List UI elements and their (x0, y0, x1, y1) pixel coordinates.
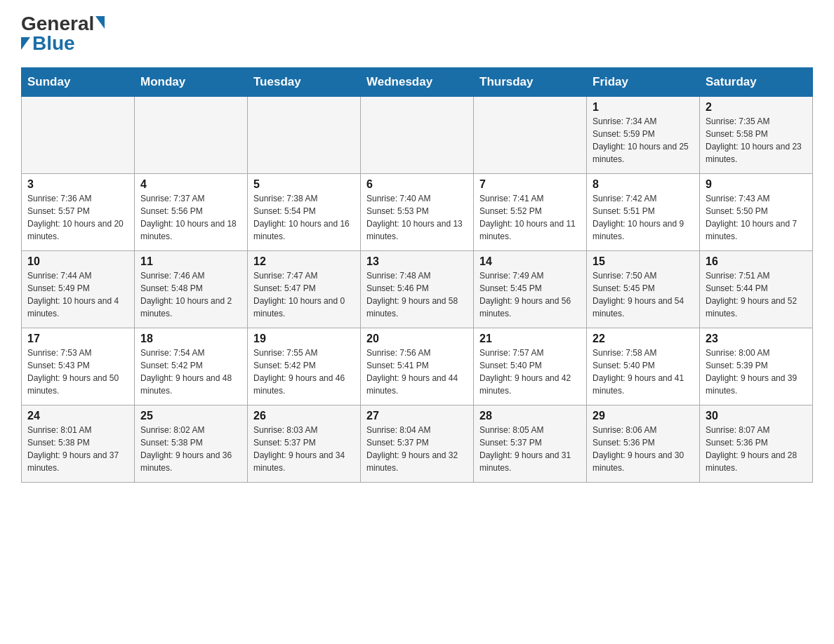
calendar-cell: 17 Sunrise: 7:53 AMSunset: 5:43 PMDaylig… (22, 328, 135, 405)
calendar-cell: 21 Sunrise: 7:57 AMSunset: 5:40 PMDaylig… (474, 328, 587, 405)
calendar-cell: 23 Sunrise: 8:00 AMSunset: 5:39 PMDaylig… (700, 328, 813, 405)
calendar-cell: 22 Sunrise: 7:58 AMSunset: 5:40 PMDaylig… (587, 328, 700, 405)
calendar-cell (248, 97, 361, 174)
calendar-cell: 16 Sunrise: 7:51 AMSunset: 5:44 PMDaylig… (700, 251, 813, 328)
calendar-cell: 6 Sunrise: 7:40 AMSunset: 5:53 PMDayligh… (361, 174, 474, 251)
day-number: 28 (479, 410, 581, 422)
sun-info: Sunrise: 7:35 AMSunset: 5:58 PMDaylight:… (706, 115, 807, 166)
sun-info: Sunrise: 7:53 AMSunset: 5:43 PMDaylight:… (27, 347, 128, 397)
calendar-cell: 10 Sunrise: 7:44 AMSunset: 5:49 PMDaylig… (22, 251, 135, 328)
day-number: 21 (479, 333, 581, 345)
calendar-cell: 15 Sunrise: 7:50 AMSunset: 5:45 PMDaylig… (587, 251, 700, 328)
calendar-cell: 11 Sunrise: 7:46 AMSunset: 5:48 PMDaylig… (135, 251, 248, 328)
day-number: 22 (593, 333, 694, 345)
sun-info: Sunrise: 7:34 AMSunset: 5:59 PMDaylight:… (593, 115, 694, 166)
sun-info: Sunrise: 7:42 AMSunset: 5:51 PMDaylight:… (593, 192, 694, 243)
calendar-cell: 4 Sunrise: 7:37 AMSunset: 5:56 PMDayligh… (135, 174, 248, 251)
calendar-week-row: 24 Sunrise: 8:01 AMSunset: 5:38 PMDaylig… (22, 405, 813, 483)
day-number: 2 (706, 101, 807, 114)
logo: General Blue (21, 14, 105, 53)
day-number: 18 (140, 333, 241, 345)
sun-info: Sunrise: 8:03 AMSunset: 5:37 PMDaylight:… (253, 424, 355, 474)
sun-info: Sunrise: 7:55 AMSunset: 5:42 PMDaylight:… (253, 347, 355, 397)
day-number: 29 (593, 410, 694, 422)
sun-info: Sunrise: 7:58 AMSunset: 5:40 PMDaylight:… (593, 347, 694, 397)
sun-info: Sunrise: 8:05 AMSunset: 5:37 PMDaylight:… (479, 424, 581, 474)
sun-info: Sunrise: 7:47 AMSunset: 5:47 PMDaylight:… (253, 269, 355, 320)
day-number: 25 (140, 410, 241, 422)
sun-info: Sunrise: 8:06 AMSunset: 5:36 PMDaylight:… (593, 424, 694, 474)
calendar-week-row: 17 Sunrise: 7:53 AMSunset: 5:43 PMDaylig… (22, 328, 813, 405)
calendar-cell: 13 Sunrise: 7:48 AMSunset: 5:46 PMDaylig… (361, 251, 474, 328)
day-number: 12 (253, 255, 355, 268)
sun-info: Sunrise: 7:36 AMSunset: 5:57 PMDaylight:… (27, 192, 128, 243)
day-number: 26 (253, 410, 355, 422)
calendar-cell: 14 Sunrise: 7:49 AMSunset: 5:45 PMDaylig… (474, 251, 587, 328)
calendar-cell: 29 Sunrise: 8:06 AMSunset: 5:36 PMDaylig… (587, 405, 700, 483)
header-thursday: Thursday (474, 68, 587, 97)
day-number: 17 (27, 333, 128, 345)
sun-info: Sunrise: 7:37 AMSunset: 5:56 PMDaylight:… (140, 192, 241, 243)
page-header: General Blue (21, 14, 813, 53)
sun-info: Sunrise: 7:56 AMSunset: 5:41 PMDaylight:… (366, 347, 468, 397)
sun-info: Sunrise: 7:44 AMSunset: 5:49 PMDaylight:… (27, 269, 128, 320)
day-number: 16 (706, 255, 807, 268)
sun-info: Sunrise: 8:04 AMSunset: 5:37 PMDaylight:… (366, 424, 468, 474)
day-number: 10 (27, 255, 128, 268)
sun-info: Sunrise: 7:43 AMSunset: 5:50 PMDaylight:… (706, 192, 807, 243)
day-number: 7 (479, 178, 581, 191)
calendar-cell (474, 97, 587, 174)
header-monday: Monday (135, 68, 248, 97)
day-number: 15 (593, 255, 694, 268)
sun-info: Sunrise: 8:01 AMSunset: 5:38 PMDaylight:… (27, 424, 128, 474)
day-number: 24 (27, 410, 128, 422)
sun-info: Sunrise: 7:50 AMSunset: 5:45 PMDaylight:… (593, 269, 694, 320)
sun-info: Sunrise: 7:40 AMSunset: 5:53 PMDaylight:… (366, 192, 468, 243)
day-number: 8 (593, 178, 694, 191)
day-number: 1 (593, 101, 694, 114)
day-number: 23 (706, 333, 807, 345)
calendar-cell (361, 97, 474, 174)
day-number: 14 (479, 255, 581, 268)
sun-info: Sunrise: 8:00 AMSunset: 5:39 PMDaylight:… (706, 347, 807, 397)
calendar-cell: 19 Sunrise: 7:55 AMSunset: 5:42 PMDaylig… (248, 328, 361, 405)
calendar-cell: 28 Sunrise: 8:05 AMSunset: 5:37 PMDaylig… (474, 405, 587, 483)
day-number: 27 (366, 410, 468, 422)
sun-info: Sunrise: 7:48 AMSunset: 5:46 PMDaylight:… (366, 269, 468, 320)
header-sunday: Sunday (22, 68, 135, 97)
sun-info: Sunrise: 7:57 AMSunset: 5:40 PMDaylight:… (479, 347, 581, 397)
calendar-cell: 9 Sunrise: 7:43 AMSunset: 5:50 PMDayligh… (700, 174, 813, 251)
calendar-cell: 2 Sunrise: 7:35 AMSunset: 5:58 PMDayligh… (700, 97, 813, 174)
sun-info: Sunrise: 7:46 AMSunset: 5:48 PMDaylight:… (140, 269, 241, 320)
day-number: 5 (253, 178, 355, 191)
calendar-week-row: 3 Sunrise: 7:36 AMSunset: 5:57 PMDayligh… (22, 174, 813, 251)
sun-info: Sunrise: 8:07 AMSunset: 5:36 PMDaylight:… (706, 424, 807, 474)
day-number: 19 (253, 333, 355, 345)
calendar-cell (22, 97, 135, 174)
calendar-cell: 20 Sunrise: 7:56 AMSunset: 5:41 PMDaylig… (361, 328, 474, 405)
day-number: 4 (140, 178, 241, 191)
calendar-cell: 8 Sunrise: 7:42 AMSunset: 5:51 PMDayligh… (587, 174, 700, 251)
calendar-cell: 1 Sunrise: 7:34 AMSunset: 5:59 PMDayligh… (587, 97, 700, 174)
sun-info: Sunrise: 7:41 AMSunset: 5:52 PMDaylight:… (479, 192, 581, 243)
calendar-cell: 18 Sunrise: 7:54 AMSunset: 5:42 PMDaylig… (135, 328, 248, 405)
calendar-cell: 27 Sunrise: 8:04 AMSunset: 5:37 PMDaylig… (361, 405, 474, 483)
calendar-cell: 5 Sunrise: 7:38 AMSunset: 5:54 PMDayligh… (248, 174, 361, 251)
calendar-week-row: 10 Sunrise: 7:44 AMSunset: 5:49 PMDaylig… (22, 251, 813, 328)
header-wednesday: Wednesday (361, 68, 474, 97)
day-number: 20 (366, 333, 468, 345)
calendar-cell: 24 Sunrise: 8:01 AMSunset: 5:38 PMDaylig… (22, 405, 135, 483)
day-number: 9 (706, 178, 807, 191)
sun-info: Sunrise: 7:38 AMSunset: 5:54 PMDaylight:… (253, 192, 355, 243)
sun-info: Sunrise: 8:02 AMSunset: 5:38 PMDaylight:… (140, 424, 241, 474)
calendar-cell: 3 Sunrise: 7:36 AMSunset: 5:57 PMDayligh… (22, 174, 135, 251)
calendar-cell (135, 97, 248, 174)
sun-info: Sunrise: 7:49 AMSunset: 5:45 PMDaylight:… (479, 269, 581, 320)
header-tuesday: Tuesday (248, 68, 361, 97)
calendar-cell: 30 Sunrise: 8:07 AMSunset: 5:36 PMDaylig… (700, 405, 813, 483)
day-number: 11 (140, 255, 241, 268)
sun-info: Sunrise: 7:54 AMSunset: 5:42 PMDaylight:… (140, 347, 241, 397)
logo-general-text: General (21, 14, 105, 34)
day-number: 3 (27, 178, 128, 191)
calendar-cell: 26 Sunrise: 8:03 AMSunset: 5:37 PMDaylig… (248, 405, 361, 483)
